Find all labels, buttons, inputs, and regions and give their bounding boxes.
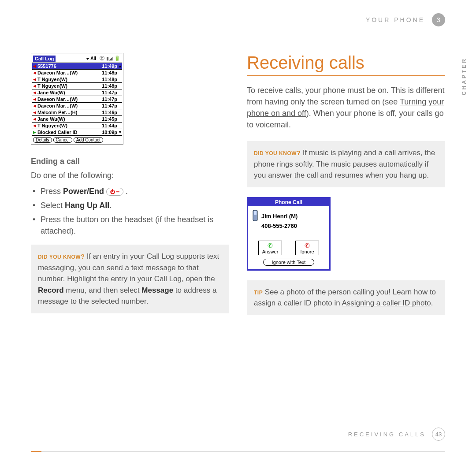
table-row[interactable]: ◀T Nguyen(W)11:44p: [32, 123, 122, 129]
call-direction-icon: ▶: [32, 130, 37, 134]
table-row[interactable]: ◀Daveon Mar…(W)11:47p: [32, 96, 122, 103]
call-direction-icon: ◀: [32, 117, 37, 121]
phone-ignore-icon: ✆: [296, 242, 319, 249]
phone-call-screenshot: Phone Call Jim Henri (M) 408-555-2760 ✆A…: [247, 197, 331, 271]
chapter-side-label: CHAPTER: [461, 57, 467, 95]
status-icons: ⓑ▮◢🔋: [99, 55, 121, 62]
page-number: 43: [432, 428, 445, 441]
power-end-icon: ⏻━: [106, 188, 123, 196]
call-direction-icon: ◀: [32, 123, 37, 128]
did-you-know-box: DID YOU KNOW If music is playing and a c…: [247, 141, 445, 187]
ending-call-heading: Ending a call: [31, 157, 229, 166]
call-direction-icon: ◀: [32, 64, 37, 68]
call-direction-icon: ◀: [32, 104, 37, 108]
phone-answer-icon: ✆: [259, 242, 282, 249]
ignore-with-text-button[interactable]: Ignore with Text: [263, 259, 314, 266]
call-log-title: Call Log: [33, 56, 56, 62]
dropdown-icon: [86, 58, 89, 60]
cancel-button[interactable]: Cancel: [53, 137, 72, 143]
table-row[interactable]: ◀Daveon Mar…(W)11:47p: [32, 103, 122, 109]
phone-call-title: Phone Call: [248, 198, 329, 206]
caller-id-photo-link[interactable]: Assigning a caller ID photo: [342, 299, 431, 307]
list-item: Press the button on the headset (if the …: [32, 214, 229, 237]
table-row[interactable]: ◀Jane Wu(W)11:47p: [32, 89, 122, 96]
add-contact-button[interactable]: Add Contact: [74, 137, 103, 143]
chapter-badge: 3: [432, 13, 445, 26]
call-direction-icon: ◀: [32, 90, 37, 95]
call-direction-icon: ◀: [32, 97, 37, 101]
details-button[interactable]: Details: [33, 137, 52, 143]
tip-label: DID YOU KNOW: [254, 150, 301, 156]
call-direction-icon: ◀: [32, 77, 37, 82]
call-direction-icon: ◀: [32, 84, 37, 88]
table-row[interactable]: ◀Malcolm Pet…(H)11:46p: [32, 109, 122, 116]
call-direction-icon: ◀: [32, 110, 37, 115]
svg-rect-1: [254, 211, 257, 215]
did-you-know-box: DID YOU KNOW If an entry in your Call Lo…: [31, 245, 229, 313]
table-row[interactable]: ◀T Nguyen(W)11:48p: [32, 83, 122, 89]
list-item: Press Power/End ⏻━ .: [32, 186, 229, 197]
answer-button[interactable]: ✆Answer: [258, 241, 282, 255]
table-row[interactable]: ◀Jane Wu(W)11:45p: [32, 116, 122, 123]
receiving-calls-heading: Receiving calls: [247, 53, 445, 76]
list-item: Select Hang Up All.: [32, 200, 229, 211]
tip-label: DID YOU KNOW: [38, 254, 85, 260]
table-row[interactable]: ◀T Nguyen(W)11:48p: [32, 76, 122, 83]
call-log-screenshot: Call Log All ⓑ▮◢🔋 ◀555177611:49p▲◀Daveon…: [31, 53, 123, 145]
table-row[interactable]: ◀555177611:49p▲: [32, 63, 122, 70]
tip-box: TIP See a photo of the person calling yo…: [247, 280, 445, 315]
receiving-calls-paragraph: To receive calls, your phone must be on.…: [247, 85, 445, 130]
tip-label: TIP: [254, 290, 263, 296]
footer-rule: [31, 451, 445, 452]
header-section: YOUR PHONE: [366, 16, 425, 23]
phone-icon: [252, 210, 259, 223]
call-direction-icon: ◀: [32, 71, 37, 75]
table-row[interactable]: ◀Daveon Mar…(W)11:48p: [32, 70, 122, 76]
ignore-button[interactable]: ✆Ignore: [295, 241, 319, 255]
table-row[interactable]: ▶Blocked Caller ID10:09p▼: [32, 129, 122, 136]
footer-section: RECEIVING CALLS: [348, 431, 426, 438]
ending-intro: Do one of the following:: [31, 170, 229, 181]
